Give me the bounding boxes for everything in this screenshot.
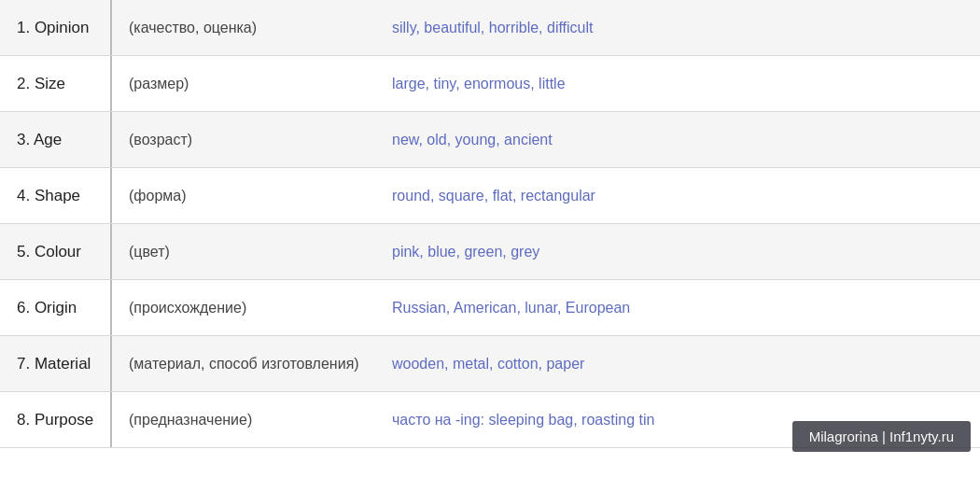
row-russian-purpose: (предназначение) [112, 401, 383, 440]
row-name-age: 3. Age [0, 112, 112, 167]
row-examples-age: new, old, young, ancient [383, 120, 980, 160]
row-name-shape: 4. Shape [0, 168, 112, 223]
row-russian-size: (размер) [112, 64, 383, 104]
row-name-colour: 5. Colour [0, 224, 112, 279]
row-examples-colour: pink, blue, green, grey [383, 232, 980, 272]
table-row-size: 2. Size (размер) large, tiny, enormous, … [0, 56, 980, 112]
row-name-origin: 6. Origin [0, 280, 112, 335]
row-russian-shape: (форма) [112, 176, 383, 216]
row-russian-colour: (цвет) [112, 232, 383, 272]
row-examples-shape: round, square, flat, rectangular [383, 176, 980, 216]
adjective-order-table: 1. Opinion (качество, оценка) silly, bea… [0, 0, 980, 478]
row-russian-opinion: (качество, оценка) [112, 8, 383, 48]
row-examples-purpose: часто на -ing: sleeping bag, roasting ti… [383, 401, 980, 440]
table-row-opinion: 1. Opinion (качество, оценка) silly, bea… [0, 0, 980, 56]
row-name-opinion: 1. Opinion [0, 0, 112, 55]
row-name-size: 2. Size [0, 56, 112, 111]
table-row-colour: 5. Colour (цвет) pink, blue, green, grey [0, 224, 980, 280]
row-examples-origin: Russian, American, lunar, European [383, 288, 980, 328]
table-row-origin: 6. Origin (происхождение) Russian, Ameri… [0, 280, 980, 336]
row-russian-material: (материал, способ изготовления) [112, 344, 383, 384]
table-row-age: 3. Age (возраст) new, old, young, ancien… [0, 112, 980, 168]
row-name-material: 7. Material [0, 336, 112, 391]
row-examples-material: wooden, metal, cotton, paper [383, 344, 980, 384]
table-row-shape: 4. Shape (форма) round, square, flat, re… [0, 168, 980, 224]
table-row-purpose: 8. Purpose (предназначение) часто на -in… [0, 392, 980, 448]
row-examples-size: large, tiny, enormous, little [383, 64, 980, 104]
row-russian-age: (возраст) [112, 120, 383, 160]
row-name-purpose: 8. Purpose [0, 392, 112, 447]
row-examples-opinion: silly, beautiful, horrible, difficult [383, 8, 980, 48]
table-row-material: 7. Material (материал, способ изготовлен… [0, 336, 980, 392]
row-russian-origin: (происхождение) [112, 288, 383, 328]
